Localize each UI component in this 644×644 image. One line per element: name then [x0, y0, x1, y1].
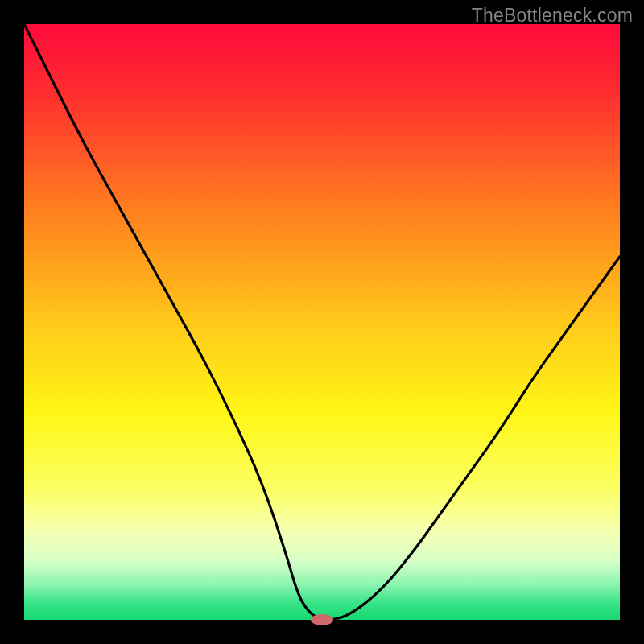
watermark-text: TheBottleneck.com [472, 5, 633, 27]
optimal-marker [311, 614, 333, 625]
chart-frame: TheBottleneck.com [0, 0, 644, 644]
plot-background [24, 24, 620, 620]
bottleneck-chart [0, 0, 644, 644]
